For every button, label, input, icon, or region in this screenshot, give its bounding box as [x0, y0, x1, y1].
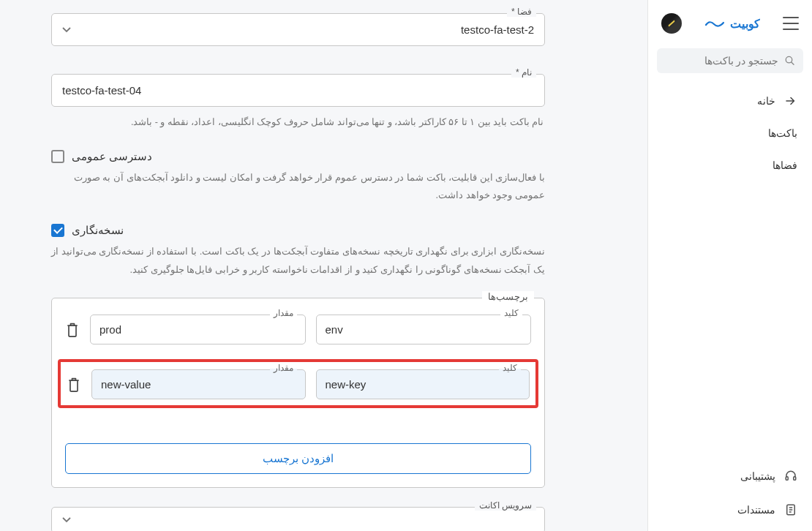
tag-value-field: مقدار — [90, 315, 306, 344]
main-content: فضا * testco-fa-test-2 نام * نام باکت با… — [0, 0, 647, 531]
nav-item-buckets[interactable]: باکت‌ها — [648, 117, 812, 149]
nav-label-home: خانه — [757, 95, 775, 107]
name-field-label: نام * — [511, 67, 536, 78]
name-field-wrap: نام * — [51, 74, 545, 107]
nav-label-docs: مستندات — [737, 504, 775, 516]
public-access-desc: با فعال‌سازی این قابلیت، باکت شما در دست… — [51, 169, 545, 205]
tag-key-label: کلید — [500, 308, 522, 318]
search-box[interactable] — [657, 48, 803, 73]
nav-label-spaces: فضاها — [772, 159, 797, 171]
tag-value-input[interactable] — [91, 369, 306, 399]
service-account-field-wrap: سرویس اکانت — [51, 507, 545, 531]
trash-icon[interactable] — [65, 322, 80, 338]
chevron-down-icon — [62, 517, 71, 523]
arrow-right-icon — [784, 95, 797, 107]
search-icon — [784, 54, 796, 67]
public-access-label: دسترسی عمومی — [72, 151, 152, 162]
nav-item-docs[interactable]: مستندات — [648, 493, 812, 527]
tag-value-label: مقدار — [270, 363, 297, 373]
brand-label: کوبیت — [730, 17, 760, 31]
nav-item-support[interactable]: پشتیبانی — [648, 459, 812, 493]
chevron-down-icon — [62, 27, 71, 33]
space-field-wrap: فضا * testco-fa-test-2 — [51, 13, 545, 46]
tag-key-label: کلید — [499, 363, 521, 373]
tag-value-field: مقدار — [91, 369, 306, 399]
tag-key-field: کلید — [316, 369, 530, 399]
tag-key-field: کلید — [316, 315, 532, 344]
tags-legend: برچسب‌ها — [482, 291, 534, 302]
brand-wave-icon — [705, 18, 724, 29]
tag-row: کلید مقدار — [65, 315, 531, 344]
versioning-desc: نسخه‌نگاری ابزاری برای نگهداری تاریخچه ن… — [51, 243, 545, 279]
search-input[interactable] — [664, 55, 778, 67]
menu-icon[interactable] — [783, 17, 799, 30]
document-icon — [784, 503, 797, 516]
public-access-checkbox[interactable] — [51, 150, 64, 163]
space-value: testco-fa-test-2 — [461, 23, 534, 36]
headset-icon — [784, 470, 797, 483]
add-tag-button[interactable]: افزودن برچسب — [65, 443, 531, 474]
space-field-label: فضا * — [507, 7, 536, 17]
versioning-row: نسخه‌نگاری — [51, 224, 545, 237]
space-select[interactable]: testco-fa-test-2 — [51, 13, 545, 46]
sidebar-header: کوبیت — [648, 0, 812, 44]
nav-bottom: پشتیبانی مستندات — [648, 459, 812, 531]
name-helper: نام باکت باید بین ۱ تا ۵۶ کاراکتر باشد، … — [51, 114, 544, 131]
avatar-icon — [666, 18, 677, 29]
nav-label-support: پشتیبانی — [740, 470, 775, 482]
avatar[interactable] — [661, 13, 682, 34]
public-access-row: دسترسی عمومی — [51, 150, 545, 163]
service-account-label: سرویس اکانت — [475, 500, 536, 511]
nav-label-buckets: باکت‌ها — [768, 127, 797, 139]
nav-item-spaces[interactable]: فضاها — [648, 149, 812, 181]
svg-rect-3 — [794, 477, 796, 481]
tag-row-highlighted: کلید مقدار — [58, 359, 538, 408]
name-input[interactable] — [51, 74, 545, 107]
sidebar: کوبیت خانه باکت‌ها فضاها — [647, 0, 812, 531]
tag-key-input[interactable] — [316, 315, 532, 344]
versioning-label: نسخه‌نگاری — [72, 225, 124, 236]
versioning-checkbox[interactable] — [51, 224, 64, 237]
service-account-select[interactable] — [51, 507, 545, 531]
nav-item-home[interactable]: خانه — [648, 85, 812, 117]
svg-rect-2 — [786, 477, 788, 481]
brand[interactable]: کوبیت — [705, 17, 760, 31]
trash-icon[interactable] — [67, 377, 81, 393]
tag-key-input[interactable] — [316, 369, 530, 399]
tag-value-input[interactable] — [90, 315, 306, 344]
tags-fieldset: برچسب‌ها کلید مقدار کلید مقدار — [51, 298, 545, 488]
tag-value-label: مقدار — [270, 308, 297, 318]
svg-line-1 — [792, 62, 794, 64]
nav-main: خانه باکت‌ها فضاها — [648, 80, 812, 459]
